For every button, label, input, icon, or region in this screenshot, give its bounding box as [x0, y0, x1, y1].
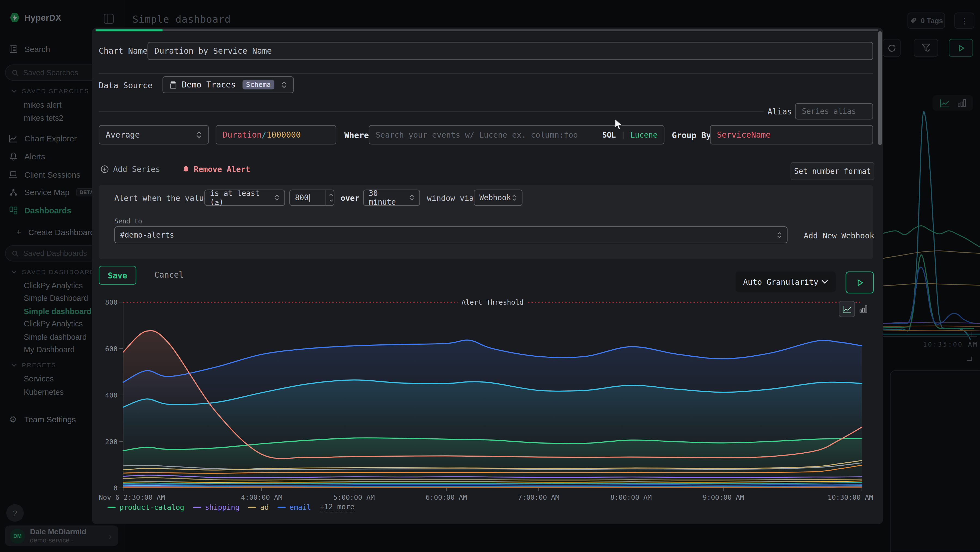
line-chart-toggle-button[interactable] — [839, 301, 855, 317]
series-alias-input[interactable] — [795, 103, 873, 120]
data-source-select[interactable]: Demo Traces Schema — [162, 76, 294, 93]
data-source-value: Demo Traces — [182, 80, 236, 89]
remove-alert-button[interactable]: Remove Alert — [182, 164, 250, 174]
expression-input[interactable]: Duration/1000000 — [216, 125, 336, 144]
svg-text:10:30:00 AM: 10:30:00 AM — [827, 493, 873, 501]
expression-operator: / — [262, 130, 267, 139]
add-new-webhook-button[interactable]: Add New Webhook — [804, 231, 874, 240]
destination-value: #demo-alerts — [120, 230, 174, 239]
mode-divider: | — [621, 131, 625, 139]
series-alias-value[interactable] — [802, 107, 866, 116]
save-button[interactable]: Save — [99, 266, 136, 285]
select-chevrons-icon — [196, 131, 202, 138]
legend-swatch — [108, 507, 116, 508]
svg-text:200: 200 — [105, 438, 118, 446]
chart-name-input[interactable] — [148, 42, 873, 60]
bar-chart-icon — [859, 305, 867, 313]
alert-channel-select[interactable]: Webhook — [474, 190, 522, 206]
svg-text:7:00:00 AM: 7:00:00 AM — [518, 493, 559, 501]
chart-legend: product-catalogshippingademail+12 more — [108, 503, 355, 512]
svg-text:5:00:00 AM: 5:00:00 AM — [333, 493, 375, 501]
sql-mode-toggle[interactable]: SQL — [603, 131, 616, 139]
legend-item[interactable]: email — [278, 503, 311, 512]
modal-top-track — [95, 29, 878, 31]
over-label: over — [340, 193, 360, 203]
lucene-mode-toggle[interactable]: Lucene — [630, 131, 658, 139]
alert-comparator-select[interactable]: is at least (≥) — [204, 190, 285, 206]
edit-chart-modal: Chart Name Data Source Demo Traces Schem… — [92, 27, 883, 524]
select-chevrons-icon — [281, 81, 287, 88]
select-chevrons-icon — [274, 195, 279, 201]
aggregation-fn-select[interactable]: Average — [99, 125, 209, 144]
alias-label: Alias — [767, 107, 792, 116]
chart-name-value[interactable] — [154, 46, 866, 56]
svg-text:Nov 6 2:30:00 AM: Nov 6 2:30:00 AM — [99, 493, 165, 501]
set-number-format-button[interactable]: Set number format — [791, 162, 874, 180]
remove-alert-label: Remove Alert — [194, 164, 250, 174]
legend-swatch — [278, 507, 286, 508]
webhook-destination-select[interactable]: #demo-alerts — [115, 227, 788, 243]
chart-type-toggle[interactable] — [839, 301, 871, 317]
text-caret — [309, 194, 310, 202]
legend-label: product-catalog — [119, 503, 184, 512]
granularity-value: Auto Granularity — [743, 277, 818, 286]
legend-label: email — [290, 503, 311, 512]
bell-icon — [182, 165, 189, 173]
number-spinner[interactable] — [325, 190, 334, 205]
alert-threshold-input[interactable]: 800 — [290, 190, 334, 206]
legend-label: shipping — [205, 503, 240, 512]
alert-prefix-label: Alert when the value — [115, 193, 208, 203]
window-via-label: window via — [427, 193, 474, 203]
group-by-value: ServiceName — [717, 130, 771, 139]
expression-field: Duration — [223, 130, 262, 139]
send-to-label: Send to — [115, 217, 142, 225]
run-chart-button[interactable] — [846, 271, 873, 293]
expression-number: 1000000 — [267, 130, 301, 139]
spinner-up-icon[interactable] — [329, 193, 334, 196]
data-source-label: Data Source — [99, 81, 153, 90]
legend-item[interactable]: shipping — [193, 503, 240, 512]
add-series-label: Add Series — [113, 164, 160, 174]
granularity-select[interactable]: Auto Granularity — [735, 271, 835, 292]
line-chart-icon — [842, 305, 851, 313]
database-icon — [169, 81, 177, 89]
chart-name-label: Chart Name — [99, 46, 148, 56]
svg-text:800: 800 — [105, 298, 118, 306]
spinner-down-icon[interactable] — [329, 199, 334, 202]
divider — [99, 73, 873, 74]
alert-window-select[interactable]: 30 minute — [363, 190, 420, 206]
group-by-label: Group By — [672, 131, 711, 140]
save-label: Save — [108, 271, 127, 280]
cancel-button[interactable]: Cancel — [150, 266, 189, 283]
chevron-down-icon — [821, 279, 828, 284]
svg-text:Alert Threshold: Alert Threshold — [461, 298, 523, 306]
legend-more-button[interactable]: +12 more — [320, 503, 355, 512]
legend-item[interactable]: product-catalog — [108, 503, 184, 512]
add-series-button[interactable]: Add Series — [101, 164, 160, 174]
divider — [99, 112, 764, 112]
window-value: 30 minute — [369, 189, 409, 206]
add-new-webhook-label: Add New Webhook — [804, 231, 874, 240]
comparator-value: is at least (≥) — [210, 189, 274, 206]
legend-label: ad — [260, 503, 269, 512]
bar-chart-toggle-button[interactable] — [855, 301, 871, 317]
channel-value: Webhook — [479, 193, 511, 202]
legend-item[interactable]: ad — [248, 503, 269, 512]
svg-text:8:00:00 AM: 8:00:00 AM — [610, 493, 652, 501]
schema-badge: Schema — [242, 80, 275, 89]
plus-circle-icon — [101, 165, 109, 173]
modal-scrollbar-thumb[interactable] — [878, 31, 882, 145]
svg-text:0: 0 — [113, 484, 117, 492]
cancel-label: Cancel — [154, 270, 184, 279]
group-by-input[interactable]: ServiceName — [710, 125, 873, 144]
select-chevrons-icon — [777, 232, 782, 238]
select-chevrons-icon — [512, 195, 517, 201]
legend-swatch — [248, 507, 256, 508]
alert-config-panel: Alert when the value is at least (≥) 800… — [99, 185, 873, 259]
modal-top-progress — [95, 29, 162, 31]
svg-text:4:00:00 AM: 4:00:00 AM — [241, 493, 282, 501]
where-search-value[interactable] — [375, 130, 597, 139]
where-label: Where — [344, 131, 369, 140]
legend-swatch — [193, 507, 201, 508]
set-number-format-label: Set number format — [794, 167, 871, 175]
